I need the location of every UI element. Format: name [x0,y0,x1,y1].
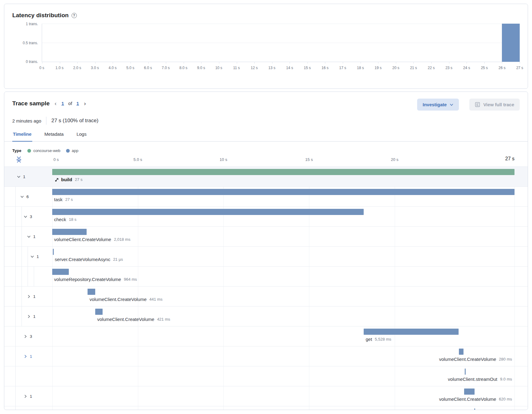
indent-guide [22,307,22,326]
type-legend: Type concourse-webapp [4,148,528,153]
span-bar[interactable] [52,229,87,235]
legend-item-label: concourse-web [33,148,60,153]
row-expand-toggle[interactable]: 1 [27,294,36,299]
span-bar[interactable] [52,169,514,175]
child-span-count: 1 [37,254,39,259]
child-span-count: 1 [30,354,32,359]
investigate-label: Investigate [423,102,447,107]
legend-item[interactable]: app [66,148,79,153]
row-track: server.CreateVolumeAsync21 µs [52,247,514,266]
span-bar[interactable] [474,408,475,410]
indent-guide [22,227,22,246]
span-label: task27 s [54,197,73,202]
row-expand-toggle[interactable]: 3 [23,334,32,339]
fold-icon [16,156,22,163]
span-bar[interactable] [52,209,364,215]
span-name: volumeRepository.CreateVolume [54,277,121,282]
view-full-trace-button[interactable]: View full trace [469,99,520,111]
chevron-down-icon [20,194,24,199]
indent-guide [28,267,28,286]
latency-x-tick: 11 s [233,66,240,70]
timeline-axis-tick: 5.0 s [134,157,142,162]
latency-x-tick: 7.0 s [162,66,170,70]
pager-prev-icon[interactable]: ‹ [54,100,57,107]
row-expand-toggle[interactable]: 1 [27,314,36,319]
trace-duration-summary: 27 s (100% of trace) [51,118,98,124]
indent-guide [15,287,16,306]
span-bar[interactable] [95,309,102,315]
waterfall-row: 1volumeClient.CreateVolume5.2 ms [4,406,528,410]
trace-sample-title: Trace sample [12,100,50,107]
child-span-count: 3 [30,334,32,339]
latency-x-tick: 1.0 s [56,66,64,70]
latency-x-tick: 19 s [375,66,382,70]
child-span-count: 1 [23,174,25,179]
chevron-right-icon [27,294,31,299]
row-expand-toggle[interactable]: 6 [20,194,29,199]
span-bar[interactable] [464,389,475,395]
latency-y-axis: 1 trans.0.5 trans.0 trans. [12,24,42,62]
latency-x-tick: 16 s [322,66,329,70]
latency-x-tick: 14 s [286,66,293,70]
gridline [42,24,520,24]
span-name: server.CreateVolumeAsync [55,257,110,262]
span-duration: 441 ms [149,297,162,302]
row-track: volumeClient.CreateVolume620 ms [52,386,514,406]
span-label: volumeClient.CreateVolume280 ms [439,357,512,362]
row-track: volumeClient.CreateVolume441 ms [52,287,514,306]
pager-total-pages[interactable]: 1 [76,101,79,106]
legend-dot-icon [27,149,31,153]
collapse-all-button[interactable] [16,156,22,164]
document-icon [475,102,480,107]
indent-guide [15,307,16,326]
trace-tabs: TimelineMetadataLogs [4,131,528,142]
row-expand-toggle[interactable]: 1 [23,354,32,359]
indent-guide [15,366,16,386]
latency-distribution-panel: Latency distribution ? 1 trans.0.5 trans… [4,4,528,89]
pager-next-icon[interactable]: › [83,100,86,107]
span-bar[interactable] [364,329,458,335]
row-expand-toggle[interactable]: 1 [30,254,39,259]
row-expand-toggle[interactable]: 1 [17,174,25,179]
span-bar[interactable] [459,349,464,355]
span-name: volumeClient.CreateVolume [54,237,111,242]
latency-x-tick: 22 s [428,66,435,70]
latency-plot-area [42,24,520,62]
latency-x-tick: 10 s [215,66,222,70]
tab-logs[interactable]: Logs [76,131,87,141]
row-track: task27 s [52,187,514,206]
chevron-right-icon [23,354,28,358]
trace-pager: ‹ 1 of 1 › [54,100,87,107]
span-bar[interactable] [88,289,95,295]
latency-x-tick: 9.0 s [197,66,205,70]
indent-guide [15,386,16,406]
latency-title: Latency distribution [12,12,69,19]
legend-item[interactable]: concourse-web [27,148,60,153]
child-span-count: 3 [30,214,32,219]
legend-items: concourse-webapp [27,148,78,153]
chevron-down-icon [23,214,28,219]
span-bar[interactable] [53,249,54,255]
span-duration: 964 ms [124,277,137,282]
waterfall: 0 s5.0 s10 s15 s20 s27 s 1build27 s6task… [4,155,528,410]
tab-metadata[interactable]: Metadata [44,131,65,141]
span-bar[interactable] [52,269,69,275]
row-expand-toggle[interactable]: 3 [23,214,32,219]
row-expand-toggle[interactable]: 1 [27,234,36,239]
latency-x-tick: 26 s [499,66,506,70]
row-expand-toggle[interactable]: 1 [23,394,32,399]
latency-x-tick: 2.0 s [73,66,81,70]
span-duration: 5,528 ms [375,337,391,342]
legend-type-label: Type [12,148,21,153]
span-bar[interactable] [465,369,466,375]
help-icon[interactable]: ? [72,13,77,18]
pager-current-page[interactable]: 1 [61,101,64,106]
investigate-button[interactable]: Investigate [417,99,459,111]
latency-x-tick: 23 s [445,66,452,70]
span-name: volumeClient.CreateVolume [97,317,154,322]
tab-timeline[interactable]: Timeline [12,131,32,141]
latency-bar[interactable] [502,24,520,62]
indent-guide [15,346,16,366]
span-bar[interactable] [52,189,514,195]
row-track: get5,528 ms [52,326,514,346]
